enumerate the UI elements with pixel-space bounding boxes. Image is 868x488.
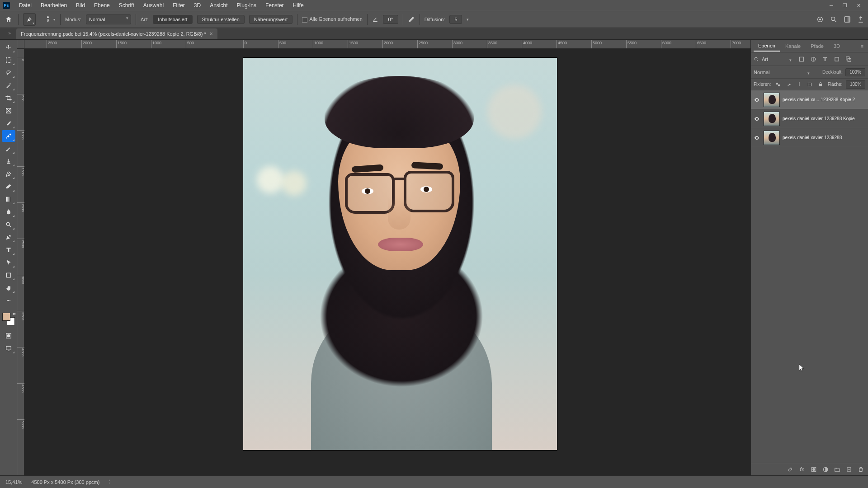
search-icon[interactable] <box>830 16 837 23</box>
opacity-value[interactable]: 100% <box>845 68 865 76</box>
blur-tool[interactable] <box>2 206 15 218</box>
panel-menu-icon[interactable]: ≡ <box>859 43 865 49</box>
lock-position-icon[interactable] <box>796 81 802 88</box>
home-button[interactable] <box>4 14 14 24</box>
menu-3d[interactable]: 3D <box>189 2 205 9</box>
diffusion-input[interactable] <box>449 15 462 24</box>
cloud-docs-icon[interactable] <box>816 16 824 23</box>
type-create-texture-button[interactable]: Struktur erstellen <box>197 15 245 24</box>
new-group-icon[interactable] <box>834 466 841 473</box>
layer-blend-mode-dropdown[interactable]: Normal <box>754 70 812 75</box>
type-tool[interactable] <box>2 244 15 256</box>
eyedropper-tool[interactable] <box>2 117 15 129</box>
lock-all-icon[interactable] <box>817 81 824 88</box>
search-icon[interactable] <box>754 56 759 62</box>
screen-mode-tool[interactable] <box>2 343 15 354</box>
pen-tool[interactable] <box>2 231 15 243</box>
menu-filter[interactable]: Filter <box>168 2 189 9</box>
ruler-origin[interactable] <box>17 40 24 49</box>
lock-pixels-icon[interactable] <box>785 81 792 88</box>
menu-bild[interactable]: Bild <box>71 2 90 9</box>
tool-preset-picker[interactable]: ▾ <box>23 13 36 26</box>
vertical-ruler[interactable]: 0 500 1000 1500 2000 2500 3000 3500 4000… <box>17 49 24 475</box>
filter-pixel-icon[interactable] <box>797 55 806 64</box>
layer-row[interactable]: pexels-daniel-xavier-1239288 <box>751 128 868 147</box>
layer-thumbnail[interactable] <box>764 112 780 126</box>
document-canvas[interactable] <box>243 58 557 450</box>
layer-style-icon[interactable]: fx <box>798 466 806 473</box>
color-swatches[interactable]: ⇄ <box>2 313 15 325</box>
filter-shape-icon[interactable] <box>832 55 841 64</box>
workspace-icon[interactable] <box>844 16 851 23</box>
filter-adjustment-icon[interactable] <box>809 55 818 64</box>
menu-bearbeiten[interactable]: Bearbeiten <box>36 2 71 9</box>
layer-thumbnail[interactable] <box>764 93 780 107</box>
layer-name[interactable]: pexels-daniel-xavier-1239288 Kopie <box>783 116 866 121</box>
gradient-tool[interactable] <box>2 193 15 205</box>
foreground-color-swatch[interactable] <box>2 313 10 321</box>
filter-smart-icon[interactable] <box>844 55 853 64</box>
tab-pfade[interactable]: Pfade <box>806 41 828 51</box>
pressure-size-icon[interactable] <box>408 16 415 23</box>
rectangle-tool[interactable] <box>2 269 15 281</box>
document-tab-close-icon[interactable]: × <box>210 31 213 37</box>
marquee-tool[interactable] <box>2 54 15 66</box>
eraser-tool[interactable] <box>2 181 15 192</box>
menu-fenster[interactable]: Fenster <box>261 2 288 9</box>
window-restore-button[interactable]: ❐ <box>838 1 852 10</box>
filter-type-icon[interactable] <box>821 55 830 64</box>
frame-tool[interactable] <box>2 105 15 117</box>
ellipsis-tool[interactable] <box>2 295 15 306</box>
menu-hilfe[interactable]: Hilfe <box>288 2 308 9</box>
blend-mode-dropdown[interactable]: Normal <box>86 14 131 24</box>
canvas-area[interactable]: 2500 2000 1500 1000 500 0 500 1000 1500 … <box>17 40 750 475</box>
window-close-button[interactable]: ✕ <box>852 1 865 10</box>
tab-kanaele[interactable]: Kanäle <box>781 41 805 51</box>
menu-schrift[interactable]: Schrift <box>114 2 139 9</box>
brush-tool[interactable] <box>2 143 15 155</box>
layer-name[interactable]: pexels-daniel-xavier-1239288 <box>783 135 866 140</box>
magic-wand-tool[interactable] <box>2 80 15 91</box>
delete-layer-icon[interactable] <box>857 466 864 473</box>
spot-healing-brush-tool[interactable] <box>2 130 15 142</box>
filter-type-dropdown[interactable]: Art <box>762 56 794 62</box>
document-tab[interactable]: Frequenztrennung.psdc bei 15,4% (pexels-… <box>16 28 217 39</box>
swap-colors-icon[interactable]: ⇄ <box>13 312 16 316</box>
layer-mask-icon[interactable] <box>810 466 817 473</box>
path-selection-tool[interactable] <box>2 257 15 268</box>
share-icon[interactable] <box>857 16 864 23</box>
menu-ebene[interactable]: Ebene <box>90 2 114 9</box>
type-content-aware-button[interactable]: Inhaltsbasiert <box>153 15 192 24</box>
layer-visibility-icon[interactable] <box>753 134 761 142</box>
menu-auswahl[interactable]: Auswahl <box>139 2 168 9</box>
diffusion-dropdown-icon[interactable]: ▾ <box>467 17 469 22</box>
angle-input[interactable] <box>383 15 398 24</box>
crop-tool[interactable] <box>2 92 15 104</box>
tab-collapse-button[interactable]: » <box>6 29 13 37</box>
history-brush-tool[interactable] <box>2 168 15 180</box>
layer-row[interactable]: pexels-daniel-xa...-1239288 Kopie 2 <box>751 90 868 109</box>
lock-transparency-icon[interactable] <box>774 81 781 88</box>
quick-mask-tool[interactable] <box>2 330 15 342</box>
type-proximity-match-button[interactable]: Näherungswert <box>249 15 293 24</box>
hand-tool[interactable] <box>2 282 15 294</box>
horizontal-ruler[interactable]: 2500 2000 1500 1000 500 0 500 1000 1500 … <box>24 40 750 49</box>
move-tool[interactable] <box>2 42 15 53</box>
lasso-tool[interactable] <box>2 67 15 79</box>
dodge-tool[interactable] <box>2 219 15 230</box>
new-layer-icon[interactable] <box>845 466 853 473</box>
menu-plugins[interactable]: Plug-ins <box>232 2 261 9</box>
brush-preset-picker[interactable]: 9 ▾ <box>40 13 56 26</box>
status-menu-icon[interactable]: 〉 <box>108 479 113 485</box>
window-minimize-button[interactable]: ─ <box>825 1 838 10</box>
layer-visibility-icon[interactable] <box>753 96 761 104</box>
layer-name[interactable]: pexels-daniel-xa...-1239288 Kopie 2 <box>783 97 866 102</box>
menu-datei[interactable]: Datei <box>14 2 36 9</box>
adjustment-layer-icon[interactable] <box>822 466 829 473</box>
clone-stamp-tool[interactable] <box>2 155 15 167</box>
tab-ebenen[interactable]: Ebenen <box>754 41 780 52</box>
menu-ansicht[interactable]: Ansicht <box>205 2 232 9</box>
layer-thumbnail[interactable] <box>764 131 780 145</box>
layer-row[interactable]: pexels-daniel-xavier-1239288 Kopie <box>751 109 868 128</box>
sample-all-layers-checkbox[interactable]: Alle Ebenen aufnehmen <box>302 16 362 22</box>
